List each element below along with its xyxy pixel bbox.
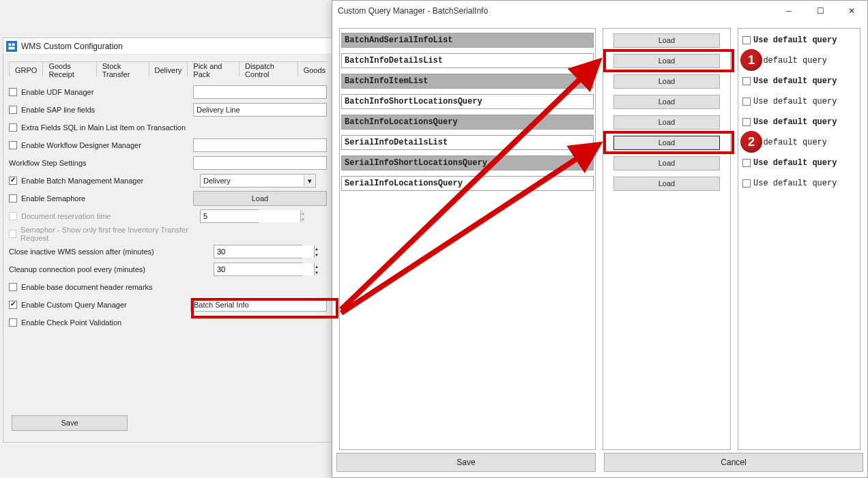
cqm-title: Custom Query Manager - BatchSerialInfo (338, 6, 488, 16)
lbl-basedoc: Enable base document header remarks (21, 283, 153, 291)
app-icon (6, 41, 17, 52)
annotation-bubble-2: 2 (740, 131, 762, 153)
load-button[interactable]: Load (613, 54, 720, 68)
closeinactive-input[interactable]: ▲▼ (214, 245, 302, 258)
query-name-cell: BatchAndSerialInfoList (341, 33, 594, 48)
load-button[interactable]: Load (613, 177, 720, 191)
close-icon[interactable]: ✕ (836, 1, 867, 21)
cqm-cancel-button[interactable]: Cancel (604, 453, 863, 472)
lbl-default-query: e default query (753, 138, 827, 147)
query-name-cell: BatchInfoItemList (341, 74, 594, 89)
lbl-batchmgmt: Enable Batch Management Manager (21, 177, 143, 185)
lbl-cleanup: Cleanup connection pool every (minutes) (9, 265, 145, 273)
chevron-down-icon: ▾ (304, 175, 315, 186)
load-button[interactable]: Load (193, 191, 327, 206)
query-name-cell[interactable]: SerialInfoLocationsQuery (341, 176, 594, 191)
lbl-default-query: Use default query (753, 76, 837, 86)
spin-down-icon[interactable]: ▼ (315, 252, 319, 258)
lbl-workflowmgr: Enable Workflow Designer Manager (21, 141, 141, 149)
lbl-semaphor-free: Semaphor - Show only first free Inventor… (20, 226, 200, 242)
workflowmgr-input[interactable] (193, 138, 327, 152)
lbl-sapline: Enable SAP line fields (21, 106, 95, 114)
tab-stock-transfer[interactable]: Stock Transfer (96, 61, 149, 76)
lbl-default-query: e default query (753, 56, 827, 65)
lbl-checkpoint: Enable Check Point Validation (21, 318, 121, 327)
config-titlebar: WMS Custom Configuration (3, 38, 332, 55)
sapline-input[interactable]: Delivery Line (193, 103, 327, 117)
config-body: GRPO Goods Receipt Stock Transfer Delive… (3, 55, 332, 337)
tab-delivery[interactable]: Delivery (149, 61, 188, 76)
cqm-titlebar: Custom Query Manager - BatchSerialInfo ─… (332, 1, 867, 21)
chk-default-query[interactable] (742, 179, 751, 188)
docres-input[interactable]: ▲▼ (200, 209, 259, 223)
tab-pick-pack[interactable]: Pick and Pack (187, 61, 240, 76)
load-button[interactable]: Load (613, 74, 720, 89)
chk-extrafields[interactable] (9, 123, 17, 132)
chk-default-query[interactable] (742, 159, 751, 167)
chk-cqm[interactable] (9, 301, 17, 309)
wms-config-window: WMS Custom Configuration GRPO Goods Rece… (3, 38, 333, 443)
query-names-column: BatchAndSerialInfoListBatchInfoDetailsLi… (339, 28, 596, 450)
load-button[interactable]: Load (613, 115, 720, 130)
lbl-udf: Enable UDF Manager (21, 88, 93, 96)
config-title: WMS Custom Configuration (21, 42, 123, 51)
query-name-cell[interactable]: SerialInfoDetailsList (341, 135, 594, 150)
cqm-body: BatchAndSerialInfoListBatchInfoDetailsLi… (332, 21, 867, 450)
load-button[interactable]: Load (613, 95, 720, 109)
minimize-icon[interactable]: ─ (773, 1, 805, 21)
chk-udf[interactable] (9, 88, 17, 96)
load-button[interactable]: Load (613, 33, 720, 48)
tab-dispatch[interactable]: Dispatch Control (239, 61, 298, 76)
chk-batchmgmt[interactable] (9, 177, 17, 185)
config-save-button[interactable]: Save (12, 415, 128, 431)
query-name-cell: BatchInfoLocationsQuery (341, 115, 594, 130)
workflowstep-input[interactable] (193, 156, 327, 170)
chk-default-query[interactable] (742, 118, 751, 126)
lbl-workflowstep: Workflow Step Settings (9, 159, 87, 167)
spin-down-icon[interactable]: ▼ (301, 216, 305, 222)
chk-default-query[interactable] (742, 36, 751, 44)
query-name-cell: SerialInfoShortLocationsQuery (341, 155, 594, 170)
chk-sapline[interactable] (9, 106, 17, 114)
cleanup-input[interactable]: ▲▼ (214, 263, 302, 276)
chk-default-query[interactable] (742, 98, 751, 106)
spin-up-icon[interactable]: ▲ (301, 210, 305, 216)
annotation-bubble-1: 1 (740, 49, 762, 71)
lbl-default-query: Use default query (753, 97, 837, 106)
cqm-footer: Save Cancel (332, 450, 867, 477)
batchmgmt-combo[interactable]: Delivery▾ (200, 174, 316, 188)
lbl-closeinactive: Close inactive WMS session after (minute… (9, 248, 154, 256)
svg-rect-1 (12, 43, 15, 46)
lbl-docres: Document reservation time (21, 212, 111, 220)
config-tabs: GRPO Goods Receipt Stock Transfer Delive… (9, 61, 327, 76)
maximize-icon[interactable]: ☐ (805, 1, 836, 21)
tab-goods-receipt[interactable]: Goods Receipt (42, 61, 96, 76)
spin-up-icon[interactable]: ▲ (315, 263, 319, 269)
load-button[interactable]: Load (613, 136, 720, 150)
query-name-cell[interactable]: BatchInfoDetailsList (341, 53, 594, 68)
cqm-input[interactable]: Batch Serial Info (190, 298, 327, 312)
load-buttons-column: LoadLoadLoadLoadLoadLoadLoadLoad (603, 28, 731, 450)
lbl-default-query: Use default query (753, 179, 837, 188)
query-name-cell[interactable]: BatchInfoShortLocationsQuery (341, 94, 594, 109)
tab-goods[interactable]: Goods (298, 61, 328, 76)
chk-basedoc[interactable] (9, 283, 17, 291)
cqm-window: Custom Query Manager - BatchSerialInfo ─… (332, 0, 868, 478)
lbl-default-query: Use default query (753, 117, 837, 127)
tab-grpo[interactable]: GRPO (9, 61, 43, 76)
lbl-default-query: Use default query (753, 158, 837, 168)
udf-input[interactable] (193, 85, 327, 99)
chk-semaphore[interactable] (9, 194, 17, 203)
load-button[interactable]: Load (613, 156, 720, 170)
lbl-cqm: Enable Custom Query Manager (21, 301, 127, 309)
spin-down-icon[interactable]: ▼ (315, 269, 319, 275)
cqm-save-button[interactable]: Save (336, 453, 596, 472)
lbl-extrafields: Extra Fields SQL in Main List Item on Tr… (21, 123, 186, 132)
lbl-default-query: Use default query (753, 35, 837, 45)
default-query-column: Use default querye default queryUse defa… (738, 28, 860, 450)
chk-workflowmgr[interactable] (9, 141, 17, 149)
spin-up-icon[interactable]: ▲ (315, 245, 319, 252)
lbl-semaphore: Enable Semaphore (21, 194, 85, 203)
chk-default-query[interactable] (742, 77, 751, 85)
chk-checkpoint[interactable] (9, 318, 17, 327)
